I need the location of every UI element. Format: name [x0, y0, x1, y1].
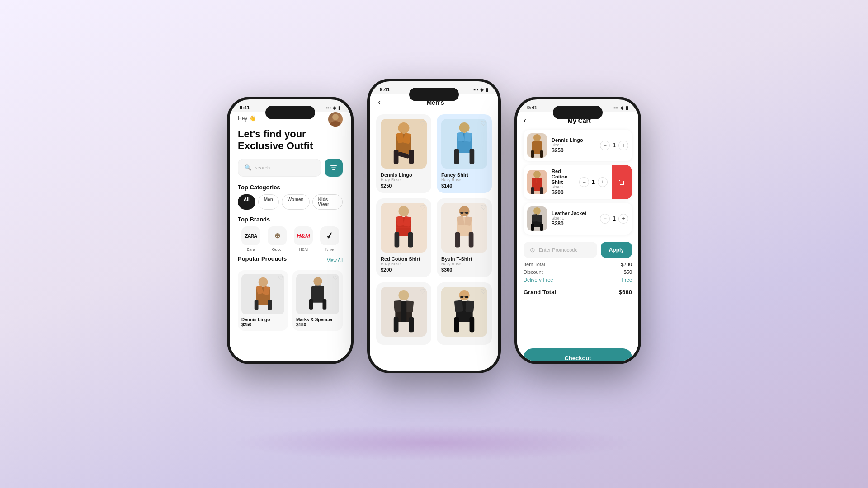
svg-point-29 — [398, 206, 409, 216]
svg-rect-62 — [460, 296, 463, 298]
phone-home-screen: 9:41 ▪▪▪ ◈ ▮ Hey 👋 — [230, 99, 351, 361]
dynamic-island-3 — [553, 106, 603, 119]
chip-kids[interactable]: Kids Wear — [312, 194, 343, 210]
svg-point-11 — [313, 277, 322, 286]
heart-jacket2-cat[interactable]: ♡ — [481, 288, 486, 295]
product-fancy-cat[interactable]: ♡ Fancy Shirt — [437, 114, 492, 193]
qty-num-redshirt: 1 — [592, 179, 595, 185]
svg-point-22 — [459, 122, 469, 133]
brand-hm[interactable]: H&M H&M — [294, 226, 313, 252]
price-fancy-cat: $140 — [441, 183, 487, 188]
heart-fancy-cat[interactable]: ♡ — [481, 120, 486, 127]
heart-icon-dennis[interactable]: ♡ — [278, 275, 283, 282]
svg-rect-77 — [531, 224, 534, 231]
grand-total-row: Grand Total $680 — [524, 286, 632, 296]
qty-minus-dennis[interactable]: − — [600, 141, 610, 150]
svg-point-65 — [533, 134, 541, 141]
mens-product-grid: ♡ — [370, 111, 498, 348]
battery-icon-2: ▮ — [486, 87, 488, 92]
cart-name-dennis: Dennis Lingo — [552, 137, 595, 143]
svg-rect-3 — [331, 167, 336, 168]
chip-men[interactable]: Men — [258, 194, 279, 210]
filter-button[interactable] — [325, 159, 343, 177]
wifi-icon-1: ◈ — [333, 105, 336, 110]
cart-img-dennis — [527, 133, 547, 158]
product-price-marks-home: $180 — [296, 322, 339, 327]
brand-logo-zara: ZARA — [241, 226, 260, 245]
cart-item-jacket[interactable]: Leather Jacket Size: L $280 − 1 + — [524, 203, 632, 235]
svg-point-49 — [398, 290, 409, 300]
product-jacket2-cat[interactable]: ♡ — [437, 282, 492, 345]
promo-row: ⊙ Enter Promocode Apply — [524, 242, 632, 258]
name-byuin-cat: Byuin T-Shirt — [441, 256, 487, 262]
svg-rect-46 — [460, 212, 463, 214]
cart-img-redshirt — [527, 170, 547, 194]
heart-icon-marks[interactable]: ♡ — [333, 275, 338, 282]
status-icons-1: ▪▪▪ ◈ ▮ — [326, 105, 341, 110]
price-redshirt-cat: $200 — [381, 267, 427, 272]
promo-input[interactable]: ⊙ Enter Promocode — [524, 242, 597, 258]
svg-point-56 — [459, 290, 469, 300]
qty-num-jacket: 1 — [613, 216, 616, 222]
heart-jacket1-cat[interactable]: ♡ — [420, 288, 426, 295]
svg-point-75 — [533, 207, 541, 215]
qty-plus-redshirt[interactable]: + — [598, 177, 608, 187]
popular-header: Popular Products View All — [238, 255, 343, 266]
brand-gucci[interactable]: ⊕ Gucci — [268, 226, 287, 252]
product-card-marks-home[interactable]: ♡ Marks & Spencer $180 — [292, 270, 343, 331]
heart-byuin-cat[interactable]: ♡ — [481, 204, 486, 211]
cart-name-jacket: Leather Jacket — [552, 211, 595, 216]
delete-button-redshirt[interactable]: 🗑 — [612, 165, 632, 199]
mens-content: ‹ Men's ♡ — [370, 94, 498, 371]
product-jacket1-cat[interactable]: ♡ — [376, 282, 431, 345]
qty-minus-redshirt[interactable]: − — [579, 177, 589, 187]
apply-button[interactable]: Apply — [601, 242, 632, 258]
cart-size-redshirt: Size: L — [552, 185, 575, 189]
phone-mens: 9:41 ▪▪▪ ◈ ▮ ‹ Men's ♡ — [367, 79, 501, 373]
heart-redshirt-cat[interactable]: ♡ — [420, 204, 426, 211]
cart-item-dennis[interactable]: Dennis Lingo Size: L $250 − 1 + — [524, 130, 632, 161]
chip-all[interactable]: All — [238, 194, 255, 210]
brand-logo-nike: ✓ — [320, 226, 339, 245]
cart-item-redshirt[interactable]: Red Cotton Shirt Size: L $200 − 1 + 🗑 — [524, 165, 632, 199]
headline: Let's find your Exclusive Outfit — [238, 128, 343, 152]
view-all-link[interactable]: View All — [327, 258, 343, 263]
search-icon: 🔍 — [245, 164, 251, 171]
brand-nike[interactable]: ✓ Nike — [320, 226, 339, 252]
qty-minus-jacket[interactable]: − — [600, 214, 610, 224]
discount-value: $50 — [624, 269, 632, 275]
svg-rect-61 — [465, 300, 474, 312]
checkout-button[interactable]: Checkout — [524, 348, 632, 361]
brand-zara[interactable]: ZARA Zara — [241, 226, 260, 252]
search-box[interactable]: 🔍 search — [238, 159, 321, 177]
cart-size-jacket: Size: L — [552, 216, 595, 221]
status-icons-3: ▪▪▪ ◈ ▮ — [613, 105, 628, 110]
name-dennis-cat: Dennis Lingo — [381, 172, 427, 178]
grand-total-label: Grand Total — [524, 289, 556, 296]
promo-placeholder: Enter Promocode — [539, 247, 578, 253]
svg-rect-51 — [394, 317, 399, 333]
chip-women[interactable]: Women — [282, 194, 310, 210]
svg-rect-55 — [401, 301, 406, 322]
qty-plus-jacket[interactable]: + — [618, 214, 628, 224]
sub-dennis-cat: Hazy Rose — [381, 178, 427, 182]
brands-row: ZARA Zara ⊕ Gucci H&M H&M ✓ Nike — [238, 226, 343, 252]
qty-plus-dennis[interactable]: + — [618, 141, 628, 150]
svg-rect-13 — [309, 299, 313, 310]
svg-rect-24 — [454, 149, 459, 164]
product-dennis-cat[interactable]: ♡ — [376, 114, 431, 193]
product-card-dennis-home[interactable]: ♡ Dennis Lingo $25 — [238, 270, 288, 331]
status-icons-2: ▪▪▪ ◈ ▮ — [473, 87, 488, 92]
item-total-row: Item Total $730 — [524, 262, 632, 267]
status-time-1: 9:41 — [240, 105, 250, 110]
svg-rect-4 — [332, 169, 335, 170]
popular-label: Popular Products — [238, 255, 287, 262]
sub-redshirt-cat: Hazy Rose — [381, 262, 427, 266]
sub-byuin-cat: Hazy Rose — [441, 262, 487, 266]
product-byuin-cat[interactable]: ♡ — [437, 198, 492, 277]
product-redshirt-cat[interactable]: ♡ — [376, 198, 431, 277]
phone-cart-screen: 9:41 ▪▪▪ ◈ ▮ ‹ My Cart — [517, 99, 638, 361]
delivery-label: Delivery Free — [524, 277, 553, 282]
svg-rect-18 — [409, 150, 414, 164]
heart-dennis-cat[interactable]: ♡ — [420, 120, 426, 127]
